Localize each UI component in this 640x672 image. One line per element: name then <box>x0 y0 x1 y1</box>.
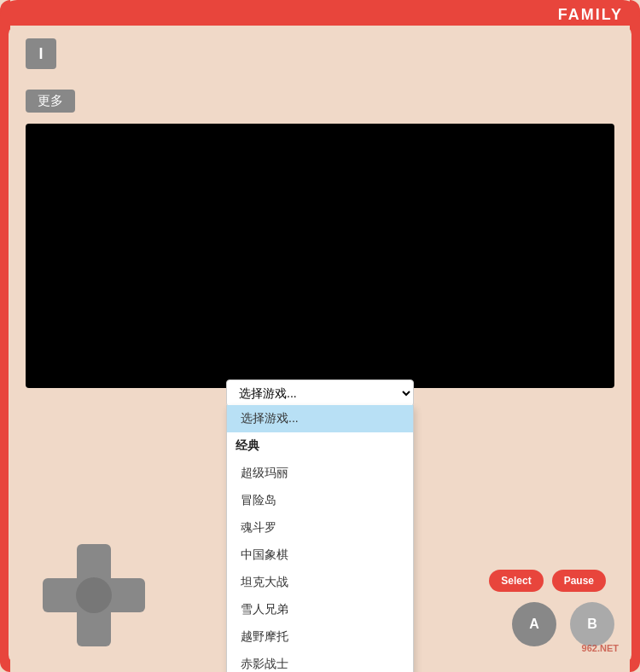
dropdown-list-item-default[interactable]: 选择游戏... <box>227 405 413 432</box>
pause-button[interactable]: Pause <box>552 570 606 592</box>
console-body: FAMILY COMPUTER I 更多 选择游戏... 超级玛丽 冒险岛 魂斗… <box>0 0 640 672</box>
dropdown-list-item-contra[interactable]: 魂斗罗 <box>227 514 413 542</box>
dropdown-list-group-classic: 经典 <box>227 432 413 460</box>
a-button[interactable]: A <box>512 602 556 646</box>
dropdown-list: 选择游戏... 经典 超级玛丽 冒险岛 魂斗罗 中国象棋 坦克大战 雪人兄弟 越… <box>226 405 414 672</box>
dpad[interactable] <box>43 544 145 646</box>
select-button[interactable]: Select <box>489 570 543 592</box>
dropdown-list-item-snowman[interactable]: 雪人兄弟 <box>227 596 413 623</box>
ab-buttons-row: A B <box>512 602 614 646</box>
dropdown-list-item-chess[interactable]: 中国象棋 <box>227 542 413 569</box>
watermark: 962.NET <box>582 643 619 653</box>
dpad-center <box>76 577 112 613</box>
dropdown-list-item-motocross[interactable]: 越野摩托 <box>227 623 413 651</box>
select-pause-row: Select Pause <box>489 570 606 592</box>
slot-indicator: I <box>26 38 56 69</box>
brand-line1: FAMILY <box>521 7 623 24</box>
game-select[interactable]: 选择游戏... 超级玛丽 冒险岛 魂斗罗 中国象棋 坦克大战 雪人兄弟 越野摩托… <box>226 379 414 407</box>
main-panel: I 更多 选择游戏... 超级玛丽 冒险岛 魂斗罗 中国象棋 坦克大战 雪人兄弟… <box>9 26 631 663</box>
screen-section: I 更多 <box>26 38 614 405</box>
dropdown-list-item-adventure[interactable]: 冒险岛 <box>227 487 413 514</box>
dropdown-list-item-tank[interactable]: 坦克大战 <box>227 569 413 596</box>
dropdown-list-item-shadow[interactable]: 赤影战士 <box>227 651 413 672</box>
dropdown-area[interactable]: 选择游戏... 超级玛丽 冒险岛 魂斗罗 中国象棋 坦克大战 雪人兄弟 越野摩托… <box>226 379 414 407</box>
dropdown-list-item-mario[interactable]: 超级玛丽 <box>227 460 413 487</box>
right-controls: Select Pause A B <box>489 570 614 646</box>
b-button[interactable]: B <box>570 602 614 646</box>
top-bar: FAMILY COMPUTER <box>0 0 640 26</box>
more-button[interactable]: 更多 <box>26 90 75 113</box>
game-screen <box>26 124 614 388</box>
